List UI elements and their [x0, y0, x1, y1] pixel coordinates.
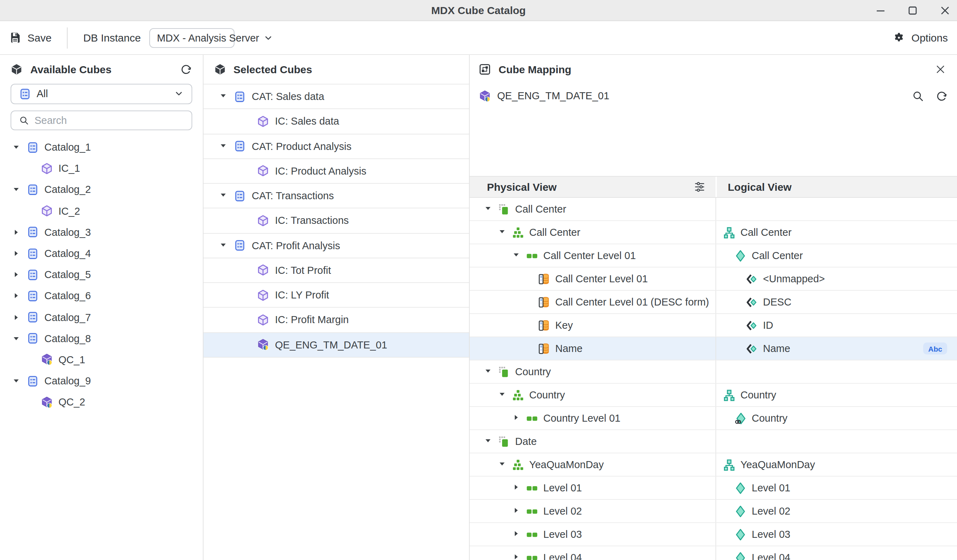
cube-python-icon [41, 354, 53, 366]
cube-icon [257, 289, 268, 301]
mapping-table-row[interactable]: NameNameAbc [469, 337, 957, 360]
tree-item-label: IC: Sales data [275, 116, 339, 127]
mapping-table-row[interactable]: Country [469, 360, 957, 384]
tree-item[interactable]: QC_2 [0, 392, 202, 413]
search-icon[interactable] [912, 90, 924, 102]
expand-arrow-icon[interactable] [497, 227, 506, 238]
db-instance-value: MDX - Analysis Server [157, 32, 259, 43]
expand-arrow-icon[interactable] [497, 389, 506, 401]
tree-item[interactable]: Catalog_7 [0, 306, 202, 328]
mapping-table-row[interactable]: Date [469, 430, 957, 453]
tree-item-label: Catalog_2 [44, 184, 91, 196]
tree-item-label: Call Center [752, 250, 803, 261]
catalog-icon [27, 226, 39, 238]
dimension-icon [497, 203, 510, 215]
expand-arrow-icon[interactable] [497, 459, 506, 470]
level-icon [526, 412, 538, 424]
logical-view-header: Logical View [728, 181, 957, 193]
tree-item[interactable]: Catalog_1 [0, 137, 202, 158]
mapping-table-row[interactable]: Call CenterCall Center [469, 221, 957, 244]
mapping-table-row[interactable]: Level 02Level 02 [469, 500, 957, 523]
selected-cube-row[interactable]: IC: Profit Margin [203, 308, 469, 333]
data-type-badge[interactable]: Abc [923, 342, 947, 355]
collapse-arrow-icon[interactable] [11, 249, 21, 258]
search-input[interactable] [35, 115, 183, 126]
collapse-arrow-icon[interactable] [512, 482, 520, 494]
tree-item[interactable]: Catalog_5 [0, 264, 202, 285]
collapse-arrow-icon[interactable] [11, 270, 21, 279]
tree-item[interactable]: Catalog_8 [0, 328, 202, 349]
expand-arrow-icon[interactable] [219, 140, 227, 152]
tree-item[interactable]: Catalog_9 [0, 370, 202, 391]
maximize-button[interactable] [905, 3, 921, 18]
tree-item[interactable]: Catalog_4 [0, 243, 202, 264]
mapping-table-row[interactable]: Level 01Level 01 [469, 476, 957, 500]
expand-arrow-icon[interactable] [11, 142, 21, 152]
filter-sliders-icon[interactable] [693, 181, 705, 193]
collapse-arrow-icon[interactable] [512, 413, 520, 424]
cube-icon [257, 314, 268, 326]
selected-cube-row[interactable]: CAT: Profit Analysis [203, 233, 469, 258]
collapse-arrow-icon[interactable] [11, 312, 21, 322]
selected-cube-row-active[interactable]: QE_ENG_TM_DATE_01 [203, 333, 469, 358]
selected-cube-row[interactable]: IC: Sales data [203, 109, 469, 134]
selected-cube-row[interactable]: IC: Transactions [203, 209, 469, 234]
expand-arrow-icon[interactable] [11, 334, 21, 344]
expand-arrow-icon[interactable] [219, 190, 227, 201]
catalog-icon [234, 140, 245, 152]
tree-item[interactable]: QC_1 [0, 349, 202, 370]
expand-arrow-icon[interactable] [483, 366, 492, 377]
mapping-table-row[interactable]: YeaQuaMonDayYeaQuaMonDay [469, 453, 957, 476]
db-instance-select[interactable]: MDX - Analysis Server [149, 28, 234, 47]
minimize-button[interactable] [872, 3, 888, 18]
expand-arrow-icon[interactable] [483, 436, 492, 447]
expand-arrow-icon[interactable] [219, 91, 227, 102]
selected-cube-row[interactable]: CAT: Transactions [203, 184, 469, 209]
cube-python-icon [479, 90, 491, 102]
mapping-table-row[interactable]: Level 03Level 03 [469, 523, 957, 546]
mapping-table-row[interactable]: Level 04Level 04 [469, 546, 957, 560]
mapping-table-row[interactable]: Call Center [469, 198, 957, 221]
mapping-table-row[interactable]: Call Center Level 01<Unmapped> [469, 268, 957, 291]
collapse-arrow-icon[interactable] [11, 227, 21, 237]
collapse-arrow-icon[interactable] [11, 291, 21, 301]
tree-item-label: Catalog_7 [44, 311, 91, 323]
expand-arrow-icon[interactable] [11, 185, 21, 195]
refresh-icon[interactable] [936, 90, 948, 102]
app-window: MDX Cube Catalog Save DB Instance MDX - … [0, 0, 957, 560]
selected-cube-row[interactable]: IC: LY Profit [203, 283, 469, 308]
close-window-button[interactable] [937, 3, 953, 18]
search-box[interactable] [11, 110, 192, 130]
tree-item[interactable]: IC_2 [0, 200, 202, 221]
selected-cube-row[interactable]: IC: Product Analysis [203, 159, 469, 184]
mapping-table-row[interactable]: Country Level 01Country [469, 407, 957, 430]
tree-item[interactable]: Catalog_2 [0, 179, 202, 200]
expand-arrow-icon[interactable] [219, 240, 227, 251]
tree-item[interactable]: Catalog_3 [0, 222, 202, 243]
selected-cube-row[interactable]: IC: Tot Profit [203, 258, 469, 283]
mapping-table-row[interactable]: Call Center Level 01Call Center [469, 244, 957, 268]
tree-item[interactable]: IC_1 [0, 158, 202, 179]
expand-arrow-icon[interactable] [512, 250, 520, 261]
selected-cube-row[interactable]: CAT: Sales data [203, 85, 469, 109]
save-label: Save [27, 32, 51, 44]
selected-cube-row[interactable]: CAT: Product Analysis [203, 134, 469, 159]
expand-arrow-icon[interactable] [11, 376, 21, 386]
options-button[interactable]: Options [893, 32, 948, 44]
expand-arrow-icon[interactable] [483, 203, 492, 215]
hierarchy-teal-icon [723, 389, 735, 401]
mapping-table-row[interactable]: Call Center Level 01 (DESC form)DESC [469, 291, 957, 314]
mapping-table-row[interactable]: CountryCountry [469, 384, 957, 407]
collapse-arrow-icon[interactable] [512, 552, 520, 560]
refresh-icon[interactable] [180, 63, 192, 75]
close-panel-icon[interactable] [935, 63, 946, 75]
physical-view-header: Physical View [487, 181, 688, 193]
tree-item[interactable]: Catalog_6 [0, 286, 202, 306]
tree-item-label: <Unmapped> [763, 273, 825, 284]
mapping-table-row[interactable]: KeyID [469, 314, 957, 337]
collapse-arrow-icon[interactable] [512, 505, 520, 517]
save-button[interactable]: Save [9, 32, 51, 44]
window-controls [872, 0, 953, 21]
catalog-filter-select[interactable]: All [11, 84, 192, 104]
collapse-arrow-icon[interactable] [512, 528, 520, 540]
